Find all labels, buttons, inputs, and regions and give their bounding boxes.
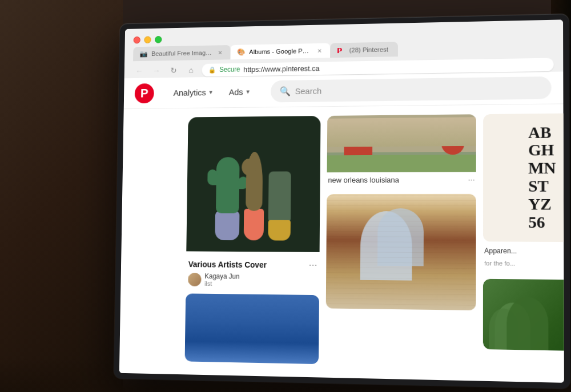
camera-icon: 📷 bbox=[139, 50, 147, 58]
pinterest-tab-icon: 𝗣 bbox=[337, 46, 345, 54]
typo-line-6: 56 bbox=[528, 213, 556, 232]
analytics-menu-item[interactable]: Analytics ▼ bbox=[167, 83, 220, 102]
cactus-right bbox=[268, 171, 291, 222]
ads-menu-item[interactable]: Ads ▼ bbox=[222, 82, 258, 101]
tab-pinterest[interactable]: 𝗣 (28) Pinterest bbox=[330, 42, 398, 58]
pin-typography-card[interactable]: AB GH MN ST YZ 56 bbox=[483, 113, 564, 273]
typography-text-wrap: Apparen... for the fo... bbox=[484, 244, 517, 269]
tab-google-photos-close[interactable]: ✕ bbox=[316, 47, 324, 55]
pinterest-logo[interactable]: P bbox=[135, 83, 154, 103]
author-name: Kagaya Jun bbox=[204, 272, 239, 280]
pinterest-navbar: P Analytics ▼ Ads ▼ 🔍 bbox=[124, 71, 564, 109]
home-button[interactable]: ⌂ bbox=[184, 63, 198, 77]
analytics-chevron-icon: ▼ bbox=[208, 89, 214, 95]
plant-shape-2 bbox=[506, 297, 548, 350]
tab-unsplash-close[interactable]: ✕ bbox=[216, 49, 224, 56]
scene: 📷 Beautiful Free Images & Pictur... ✕ 🎨 … bbox=[0, 0, 571, 392]
maximize-button[interactable] bbox=[155, 36, 162, 43]
new-orleans-photo bbox=[327, 114, 476, 172]
author-avatar bbox=[188, 273, 201, 286]
author-name-wrap: Kagaya Jun ilst bbox=[204, 272, 240, 287]
laptop-bezel: 📷 Beautiful Free Images & Pictur... ✕ 🎨 … bbox=[114, 14, 570, 389]
minimize-button[interactable] bbox=[144, 36, 151, 43]
art-illustration bbox=[186, 116, 320, 252]
brick-texture bbox=[326, 194, 476, 310]
tab-google-photos-title: Albums - Google Photos bbox=[249, 47, 311, 55]
vase-center bbox=[244, 209, 264, 241]
photos-icon: 🎨 bbox=[237, 48, 245, 56]
left-spacer bbox=[119, 108, 188, 374]
greenery-photo bbox=[483, 279, 564, 351]
apparently-text: Apparen... bbox=[484, 244, 517, 257]
lock-icon: 🔒 bbox=[208, 66, 216, 74]
url-display: https://www.pinterest.ca bbox=[243, 64, 319, 74]
tab-pinterest-title: (28) Pinterest bbox=[349, 46, 391, 53]
nav-menu: Analytics ▼ Ads ▼ bbox=[167, 82, 258, 102]
ads-chevron-icon: ▼ bbox=[245, 88, 251, 95]
secure-label: Secure bbox=[219, 66, 240, 74]
vase-left bbox=[215, 211, 239, 240]
pin-artists-cover-card[interactable]: Various Artists Cover ··· Kagaya J bbox=[186, 116, 320, 293]
screen: 📷 Beautiful Free Images & Pictur... ✕ 🎨 … bbox=[119, 19, 564, 382]
pin-card-meta: Various Artists Cover ··· bbox=[188, 258, 317, 271]
ads-label: Ads bbox=[229, 87, 243, 97]
new-orleans-dots[interactable]: ··· bbox=[468, 175, 475, 184]
author-sub: ilst bbox=[204, 280, 239, 288]
vase-right bbox=[268, 220, 290, 241]
col3: AB GH MN ST YZ 56 bbox=[483, 113, 564, 383]
plant-center bbox=[244, 152, 265, 240]
tab-google-photos[interactable]: 🎨 Albums - Google Photos ✕ bbox=[230, 43, 330, 60]
pin-greenery-card[interactable] bbox=[483, 279, 564, 351]
content-area: Various Artists Cover ··· Kagaya J bbox=[119, 104, 564, 382]
new-orleans-footer: new orleans louisiana ··· bbox=[327, 172, 476, 187]
pin-author: Kagaya Jun ilst bbox=[188, 272, 317, 288]
search-placeholder: Search bbox=[295, 86, 322, 96]
typo-line-2: GH bbox=[528, 142, 556, 160]
pinterest-logo-letter: P bbox=[140, 86, 148, 100]
typo-line-3: MN bbox=[528, 160, 556, 178]
analytics-label: Analytics bbox=[174, 88, 206, 98]
cactus-arm-left bbox=[207, 169, 218, 185]
cactus-bulge bbox=[242, 159, 256, 176]
browser-chrome: 📷 Beautiful Free Images & Pictur... ✕ 🎨 … bbox=[124, 19, 564, 78]
tab-unsplash[interactable]: 📷 Beautiful Free Images & Pictur... ✕ bbox=[133, 45, 231, 61]
typo-line-1: AB bbox=[528, 124, 556, 142]
typography-image: AB GH MN ST YZ 56 bbox=[483, 113, 564, 242]
photo-sky bbox=[327, 117, 476, 147]
pin-menu-dots[interactable]: ··· bbox=[309, 259, 317, 271]
arch-photo bbox=[326, 194, 476, 310]
plant-right bbox=[268, 171, 291, 240]
tab-unsplash-title: Beautiful Free Images & Pictur... bbox=[151, 49, 212, 57]
new-orleans-label: new orleans louisiana bbox=[328, 175, 399, 184]
search-icon: 🔍 bbox=[279, 86, 291, 96]
back-button[interactable]: ← bbox=[133, 64, 146, 78]
col2: new orleans louisiana ··· bbox=[325, 114, 476, 381]
close-button[interactable] bbox=[134, 37, 140, 44]
forthe-text: for the fo... bbox=[484, 257, 517, 269]
photo-ground bbox=[327, 152, 476, 172]
typo-line-5: YZ bbox=[528, 196, 556, 214]
pin-card-title: Various Artists Cover bbox=[188, 260, 267, 269]
cactus-left bbox=[216, 157, 240, 213]
typography-text: AB GH MN ST YZ 56 bbox=[528, 124, 556, 232]
reload-button[interactable]: ↻ bbox=[167, 64, 180, 78]
col1: Various Artists Cover ··· Kagaya J bbox=[184, 116, 320, 377]
plant-left bbox=[215, 157, 240, 240]
pin-arch-card[interactable] bbox=[326, 194, 476, 310]
typo-line-4: ST bbox=[528, 177, 556, 196]
pin-blue-bottom[interactable] bbox=[185, 293, 319, 364]
laptop-frame: 📷 Beautiful Free Images & Pictur... ✕ 🎨 … bbox=[114, 14, 570, 389]
bg-left bbox=[0, 0, 123, 392]
pin-card-info: Various Artists Cover ··· Kagaya J bbox=[186, 251, 319, 293]
author-avatar-img bbox=[188, 273, 201, 286]
typography-footer: Apparen... for the fo... bbox=[483, 241, 564, 273]
search-bar[interactable]: 🔍 Search bbox=[271, 76, 552, 103]
pin-grid: Various Artists Cover ··· Kagaya J bbox=[184, 104, 564, 382]
cactus-center bbox=[246, 152, 263, 211]
pin-new-orleans-card[interactable]: new orleans louisiana ··· bbox=[327, 114, 476, 187]
forward-button[interactable]: → bbox=[150, 64, 163, 78]
